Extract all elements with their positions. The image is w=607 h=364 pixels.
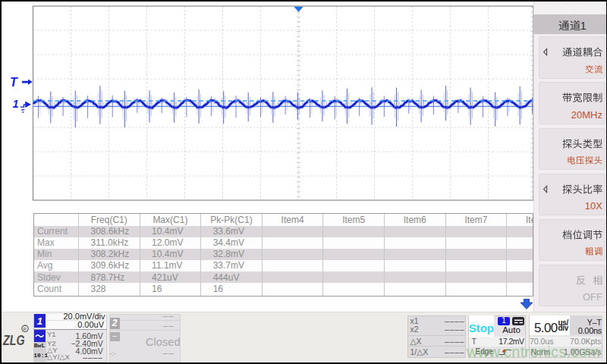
svg-text:1: 1 [13,98,19,110]
svg-text:T: T [10,76,18,89]
svg-text:ZLG: ZLG [2,333,24,349]
svg-text:R: R [24,327,27,331]
